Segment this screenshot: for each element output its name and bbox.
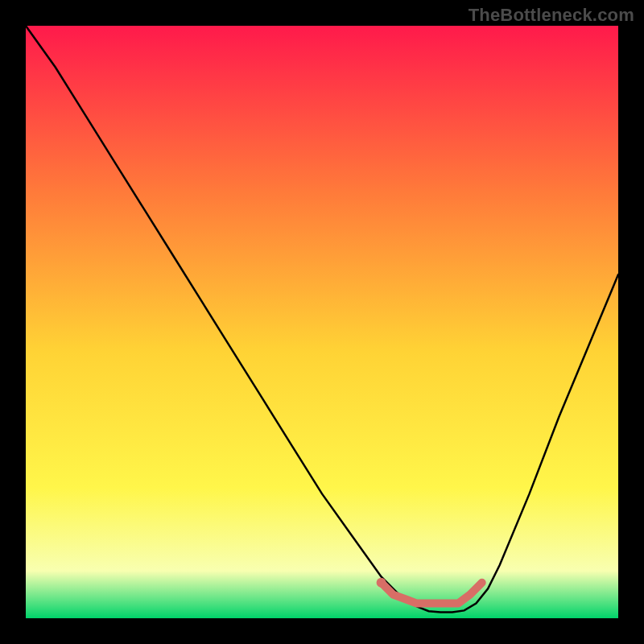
optimal-point-dot bbox=[377, 578, 386, 588]
watermark-label: TheBottleneck.com bbox=[469, 5, 634, 26]
gradient-background bbox=[26, 26, 618, 618]
chart-stage: TheBottleneck.com bbox=[0, 0, 644, 644]
bottleneck-chart bbox=[26, 26, 618, 618]
